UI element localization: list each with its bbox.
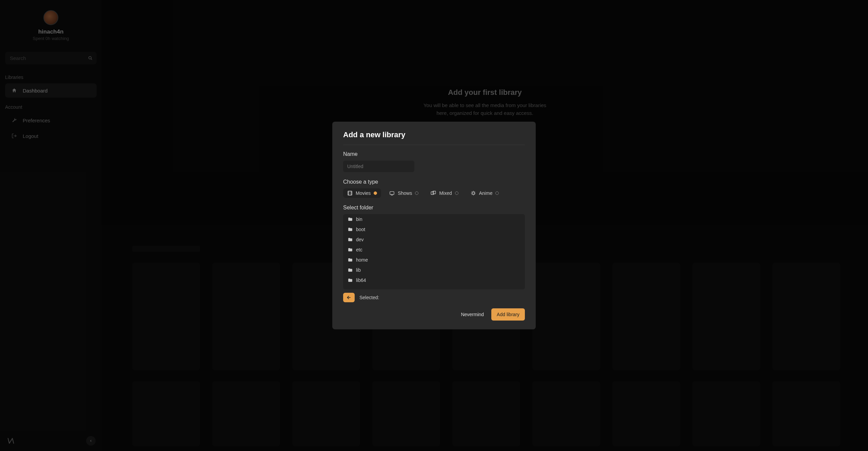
folder-icon [348, 227, 353, 232]
folder-list[interactable]: binbootdevetchomeliblib64 [343, 214, 525, 289]
folder-icon [348, 247, 353, 252]
folder-icon [348, 278, 353, 283]
svg-rect-10 [390, 191, 394, 194]
folder-name: lib64 [356, 278, 366, 283]
type-option-mixed[interactable]: Mixed [427, 188, 462, 198]
folder-field-label: Select folder [343, 205, 525, 211]
type-label: Mixed [439, 190, 452, 196]
svg-line-21 [472, 194, 472, 194]
svg-line-19 [472, 191, 472, 192]
svg-rect-12 [431, 192, 434, 194]
type-option-movies[interactable]: Movies [343, 188, 381, 198]
type-option-shows[interactable]: Shows [385, 188, 422, 198]
folder-name: etc [356, 247, 362, 252]
mixed-icon [431, 190, 436, 196]
radio-indicator [374, 191, 377, 195]
radio-indicator [415, 191, 418, 195]
modal-title: Add a new library [343, 130, 525, 145]
add-library-button[interactable]: Add library [491, 308, 525, 321]
selected-folder-label: Selected: [359, 295, 379, 300]
film-icon [347, 190, 353, 196]
folder-item[interactable]: boot [343, 224, 525, 234]
folder-item[interactable]: lib [343, 265, 525, 275]
modal-overlay[interactable]: Add a new library Name Choose a type Mov… [0, 0, 868, 451]
svg-rect-3 [348, 191, 352, 195]
type-label: Anime [479, 190, 493, 196]
folder-name: home [356, 257, 368, 263]
folder-icon [348, 268, 353, 272]
type-field-label: Choose a type [343, 179, 525, 185]
type-label: Shows [398, 190, 412, 196]
svg-rect-13 [433, 191, 436, 194]
type-selector: Movies Shows Mixed A [343, 188, 525, 198]
radio-indicator [495, 191, 499, 195]
folder-icon [348, 237, 353, 242]
type-label: Movies [356, 190, 371, 196]
type-option-anime[interactable]: Anime [467, 188, 503, 198]
svg-line-20 [474, 194, 475, 194]
virus-icon [471, 190, 476, 196]
folder-name: dev [356, 237, 364, 242]
folder-item[interactable]: etc [343, 245, 525, 255]
cancel-button[interactable]: Nevermind [456, 308, 489, 321]
add-library-modal: Add a new library Name Choose a type Mov… [332, 122, 536, 329]
folder-icon [348, 217, 353, 222]
folder-name: boot [356, 227, 365, 232]
library-name-input[interactable] [343, 161, 414, 172]
folder-item[interactable]: bin [343, 214, 525, 224]
folder-name: bin [356, 217, 362, 222]
folder-back-button[interactable] [343, 293, 355, 302]
radio-indicator [455, 191, 458, 195]
folder-item[interactable]: home [343, 255, 525, 265]
selected-folder-row: Selected: [343, 293, 525, 302]
folder-item[interactable]: dev [343, 234, 525, 245]
modal-actions: Nevermind Add library [343, 308, 525, 321]
folder-icon [348, 258, 353, 262]
name-field-label: Name [343, 151, 525, 157]
svg-line-22 [474, 191, 475, 192]
folder-item[interactable]: lib64 [343, 275, 525, 285]
tv-icon [389, 190, 395, 196]
folder-name: lib [356, 267, 361, 273]
